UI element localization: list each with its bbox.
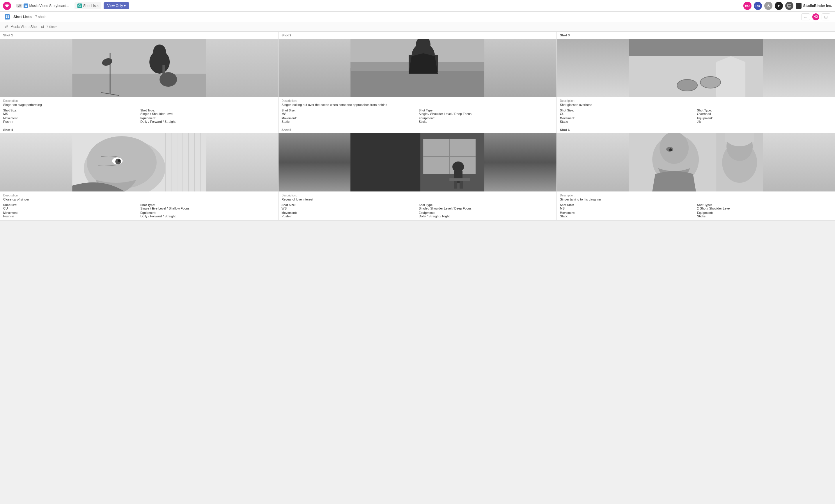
shot-description-label: Description: (3, 194, 275, 197)
shot-description-label: Description: (281, 99, 553, 102)
tab-shotlists-label: Shot Lists (83, 4, 99, 8)
shot-type-label: Shot Type: (697, 204, 832, 207)
shot-size-label: Shot Size: (281, 109, 416, 112)
shot-image (279, 133, 556, 191)
breadcrumb-title: Music Video Shot List (11, 25, 44, 29)
movement-value: Push-in (281, 214, 416, 218)
shot-card[interactable]: Shot 5 Description: Reveal of love inter… (278, 126, 556, 220)
shot-description-label: Description: (560, 194, 832, 197)
shot-header: Shot 3 (557, 32, 835, 39)
shot-type-value: 2-Shot / Shoulder Level (697, 207, 832, 210)
shot-details: Description: Singer looking out over the… (279, 97, 556, 126)
avatar-ho[interactable]: HO (743, 2, 752, 10)
shot-size-label: Shot Size: (3, 204, 138, 207)
breadcrumb-count: 7 Shots (46, 25, 57, 28)
shot-description-text: Close-up of singer (3, 197, 275, 201)
svg-rect-2 (25, 6, 26, 7)
shot-card[interactable]: Shot 3 Description: Shot glasses overhea… (557, 31, 835, 126)
shot-grid: Shot 1 Description: Singer on stage perf… (0, 31, 835, 220)
shot-description-text: Singer looking out over the ocean when s… (281, 103, 553, 106)
equipment-label: Equipment: (697, 117, 832, 120)
svg-rect-0 (25, 5, 26, 5)
equipment-value: Dolly / Forward / Straight (140, 120, 275, 123)
topbar: v0 Music Video Storyboard... Shot Lists … (0, 0, 835, 12)
breadcrumb: ↺ Music Video Shot List 7 Shots (0, 22, 835, 31)
movement-label: Movement: (560, 211, 695, 214)
shot-type-label: Shot Type: (140, 204, 275, 207)
avatar-extra[interactable] (764, 2, 772, 10)
shot-header: Shot 1 (0, 32, 278, 39)
subheader: Shot Lists 7 shots ··· HO ⊞ (0, 12, 835, 22)
equipment-label: Equipment: (419, 211, 553, 214)
view-only-label: View Only (107, 4, 123, 8)
movement-label: Movement: (281, 211, 416, 214)
studiobinder-label: StudioBinder Inc. (803, 4, 832, 8)
play-icon-btn[interactable] (775, 2, 783, 10)
shot-card[interactable]: Shot 2 Description: Singer looking out o… (278, 31, 556, 126)
chevron-down-icon: ▾ (124, 4, 126, 8)
tab-storyboard[interactable]: v0 Music Video Storyboard... (14, 2, 72, 9)
shot-image (0, 39, 278, 97)
shot-card[interactable]: Shot 6 Description: Singer talking to hi… (557, 126, 835, 220)
more-options-button[interactable]: ··· (801, 14, 810, 20)
shot-image (0, 133, 278, 191)
storyboard-icon (24, 3, 28, 8)
shot-size-value: WS (281, 207, 416, 210)
subheader-avatar[interactable]: HO (812, 14, 819, 20)
shot-type-label: Shot Type: (419, 109, 553, 112)
view-toggle-button[interactable]: ⊞ (821, 14, 830, 20)
shot-description-text: Singer on stage performing (3, 103, 275, 106)
movement-label: Movement: (3, 211, 138, 214)
subheader-right: ··· HO ⊞ (801, 14, 830, 20)
svg-rect-3 (26, 6, 27, 7)
avatar-rd[interactable]: RD (754, 2, 762, 10)
app-logo[interactable] (3, 2, 11, 10)
shot-size-value: MS (281, 112, 416, 115)
shot-type-value: Single / Shoulder Level / Deep Focus (419, 112, 553, 115)
studiobinder-logo: StudioBinder Inc. (796, 3, 832, 9)
shot-size-label: Shot Size: (560, 109, 695, 112)
shot-description-label: Description: (281, 194, 553, 197)
subheader-title: Shot Lists (14, 15, 32, 19)
view-only-button[interactable]: View Only ▾ (104, 2, 129, 9)
shot-size-label: Shot Size: (560, 204, 695, 207)
shot-details: Description: Reveal of love interest Sho… (279, 191, 556, 220)
shot-image (279, 39, 556, 97)
equipment-label: Equipment: (140, 211, 275, 214)
shot-type-value: Single / Shoulder Level (140, 112, 275, 115)
shot-size-value: MS (3, 112, 138, 115)
svg-rect-7 (788, 4, 791, 7)
shot-card[interactable]: Shot 4 Description: Close-up of singer S… (0, 126, 278, 220)
svg-marker-6 (778, 5, 780, 7)
svg-rect-11 (6, 16, 7, 17)
svg-rect-13 (6, 17, 7, 18)
movement-value: Static (281, 120, 416, 123)
screen-icon-btn[interactable] (785, 2, 793, 10)
sb-icon (796, 3, 801, 9)
equipment-value: Jib (697, 120, 832, 123)
shot-card[interactable]: Shot 1 Description: Singer on stage perf… (0, 31, 278, 126)
movement-label: Movement: (560, 117, 695, 120)
movement-label: Movement: (281, 117, 416, 120)
shot-size-label: Shot Size: (3, 109, 138, 112)
equipment-value: Dolly / Forward / Straight (140, 214, 275, 218)
shot-header: Shot 6 (557, 126, 835, 133)
tab-shotlists[interactable]: Shot Lists (75, 2, 102, 9)
movement-value: Static (560, 214, 695, 218)
breadcrumb-icon: ↺ (5, 24, 8, 29)
shot-header: Shot 2 (279, 32, 556, 39)
shot-image (557, 39, 835, 97)
shot-description-text: Reveal of love interest (281, 197, 553, 201)
shot-details: Description: Singer on stage performing … (0, 97, 278, 126)
shotlist-subheader-icon (5, 14, 10, 20)
equipment-value: Sticks (419, 120, 553, 123)
shot-description-text: Singer talking to his daughter (560, 197, 832, 201)
equipment-value: Dolly / Straight / Right (419, 214, 553, 218)
equipment-label: Equipment: (697, 211, 832, 214)
topbar-right: HO RD StudioBinder Inc. (743, 2, 832, 10)
movement-value: Static (560, 120, 695, 123)
shot-type-value: Single / Eye Level / Shallow Focus (140, 207, 275, 210)
shot-image (557, 133, 835, 191)
shot-description-label: Description: (560, 99, 832, 102)
svg-rect-12 (7, 16, 9, 17)
